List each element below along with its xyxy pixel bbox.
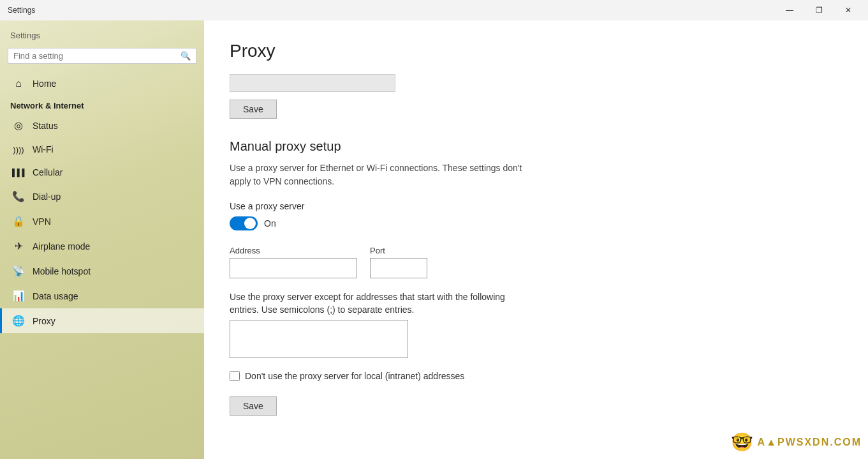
search-input[interactable] <box>13 51 180 61</box>
use-proxy-label: Use a proxy server <box>230 201 842 211</box>
address-input[interactable] <box>230 258 357 278</box>
sidebar-item-hotspot-label: Mobile hotspot <box>33 266 91 276</box>
sidebar-item-status-label: Status <box>33 121 58 131</box>
section-title: Network & Internet <box>0 96 204 113</box>
port-input[interactable] <box>370 258 427 278</box>
sidebar-item-datausage-label: Data usage <box>33 291 78 301</box>
exceptions-textarea[interactable] <box>230 320 408 358</box>
sidebar-header: Settings <box>0 20 204 45</box>
proxy-toggle-row: On <box>230 216 842 230</box>
port-label: Port <box>370 246 427 255</box>
sidebar-item-proxy[interactable]: 🌐 Proxy <box>0 308 204 333</box>
sidebar-item-proxy-label: Proxy <box>33 316 55 326</box>
titlebar: Settings — ❐ ✕ <box>0 0 868 20</box>
close-button[interactable]: ✕ <box>834 0 863 20</box>
sidebar-item-dialup-label: Dial-up <box>33 192 61 202</box>
sidebar-item-airplane-label: Airplane mode <box>33 241 90 252</box>
sidebar-item-airplane[interactable]: ✈ Airplane mode <box>0 234 204 259</box>
sidebar-item-hotspot[interactable]: 📡 Mobile hotspot <box>0 259 204 283</box>
titlebar-controls: — ❐ ✕ <box>775 0 863 20</box>
manual-section-heading: Manual proxy setup <box>230 139 842 154</box>
top-input-field <box>230 74 395 92</box>
sidebar: Settings 🔍 ⌂ Home Network & Internet ◎ S… <box>0 20 204 459</box>
titlebar-title: Settings <box>8 6 35 15</box>
cellular-icon: ▌▌▌ <box>12 169 25 176</box>
address-port-row: Address Port <box>230 246 842 278</box>
dialup-icon: 📞 <box>12 190 25 202</box>
local-checkbox-row: Don't use the proxy server for local (in… <box>230 371 842 381</box>
hotspot-icon: 📡 <box>12 265 25 277</box>
wifi-icon: )))) <box>12 145 25 154</box>
toggle-state-label: On <box>264 218 276 229</box>
home-icon: ⌂ <box>12 78 25 89</box>
sidebar-item-wifi[interactable]: )))) Wi-Fi <box>0 138 204 161</box>
local-addresses-checkbox[interactable] <box>230 371 240 381</box>
sidebar-item-home[interactable]: ⌂ Home <box>0 71 204 96</box>
vpn-icon: 🔒 <box>12 215 25 227</box>
sidebar-item-home-label: Home <box>33 79 56 89</box>
main-content: Proxy Save Manual proxy setup Use a prox… <box>204 20 868 459</box>
proxy-toggle[interactable] <box>230 216 258 230</box>
sidebar-item-wifi-label: Wi-Fi <box>33 144 54 154</box>
proxy-icon: 🌐 <box>12 315 25 327</box>
sidebar-item-dialup[interactable]: 📞 Dial-up <box>0 184 204 209</box>
sidebar-item-cellular[interactable]: ▌▌▌ Cellular <box>0 161 204 184</box>
status-icon: ◎ <box>12 119 25 132</box>
minimize-button[interactable]: — <box>775 0 804 20</box>
maximize-button[interactable]: ❐ <box>804 0 834 20</box>
app-body: Settings 🔍 ⌂ Home Network & Internet ◎ S… <box>0 20 868 459</box>
save-button-bottom[interactable]: Save <box>230 396 277 416</box>
sidebar-item-vpn-label: VPN <box>33 216 51 227</box>
search-box[interactable]: 🔍 <box>8 48 196 64</box>
checkbox-label: Don't use the proxy server for local (in… <box>245 371 464 381</box>
port-field-group: Port <box>370 246 427 278</box>
sidebar-item-cellular-label: Cellular <box>33 167 63 177</box>
sidebar-item-datausage[interactable]: 📊 Data usage <box>0 283 204 308</box>
manual-description: Use a proxy server for Ethernet or Wi-Fi… <box>230 162 536 188</box>
airplane-icon: ✈ <box>12 240 25 252</box>
address-label: Address <box>230 246 357 255</box>
exceptions-description: Use the proxy server except for addresse… <box>230 291 536 316</box>
sidebar-item-status[interactable]: ◎ Status <box>0 113 204 138</box>
save-button-top[interactable]: Save <box>230 100 277 119</box>
page-title: Proxy <box>230 41 842 61</box>
datausage-icon: 📊 <box>12 290 25 302</box>
search-icon: 🔍 <box>180 51 191 61</box>
sidebar-item-vpn[interactable]: 🔒 VPN <box>0 209 204 234</box>
address-field-group: Address <box>230 246 357 278</box>
toggle-thumb <box>244 218 256 229</box>
